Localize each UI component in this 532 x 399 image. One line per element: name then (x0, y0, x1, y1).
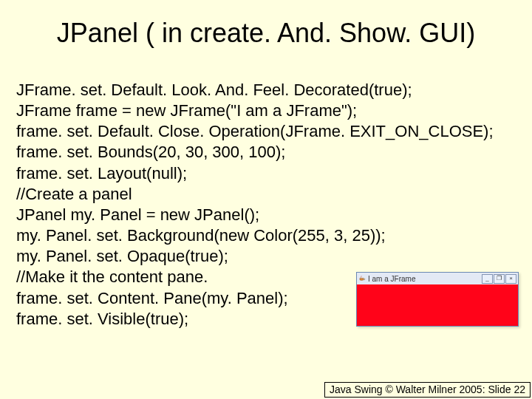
slide: JPanel ( in create. And. Show. GUI) JFra… (0, 0, 532, 399)
window-control-buttons: _ ❐ × (482, 274, 516, 284)
mini-window-title: I am a JFrame (368, 275, 482, 283)
slide-footer: Java Swing © Walter Milner 2005: Slide 2… (324, 382, 531, 398)
maximize-button[interactable]: ❐ (494, 274, 505, 284)
mini-window-panel (357, 284, 518, 326)
java-cup-icon (358, 275, 366, 282)
mini-window-titlebar: I am a JFrame _ ❐ × (357, 273, 518, 285)
close-button[interactable]: × (505, 274, 516, 284)
minimize-button[interactable]: _ (482, 274, 493, 284)
mini-jframe-window: I am a JFrame _ ❐ × (356, 272, 519, 327)
slide-title: JPanel ( in create. And. Show. GUI) (0, 18, 532, 49)
